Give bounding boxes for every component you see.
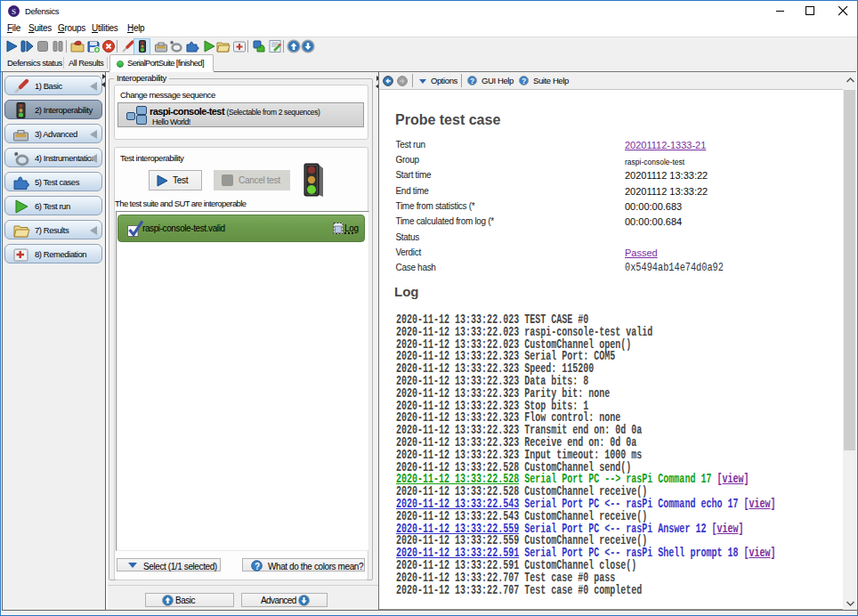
svg-text:S: S [12, 7, 16, 16]
svg-text:?: ? [255, 562, 260, 571]
svg-text:?: ? [522, 77, 526, 85]
svg-text:?: ? [470, 77, 474, 85]
